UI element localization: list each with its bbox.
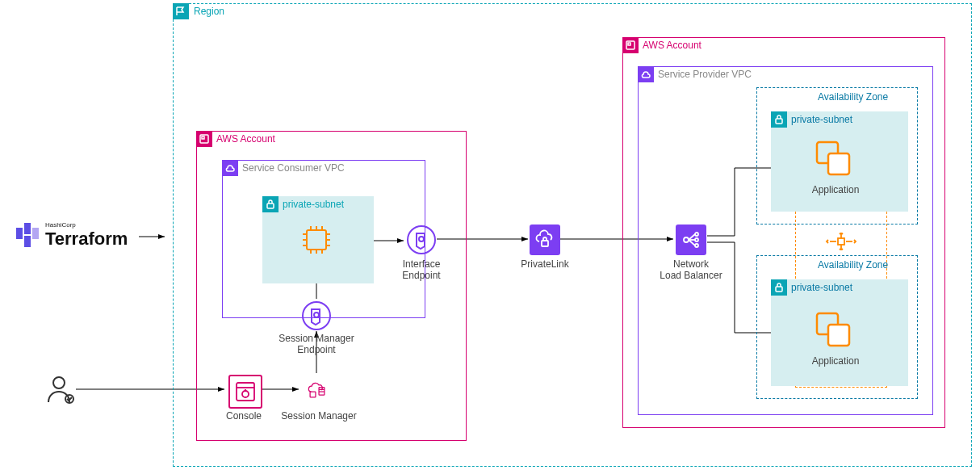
- svg-rect-8: [16, 228, 23, 239]
- svg-point-48: [695, 244, 698, 247]
- svg-rect-60: [776, 287, 782, 292]
- svg-rect-62: [828, 325, 849, 346]
- session-manager-endpoint-icon: [301, 300, 332, 331]
- svg-rect-56: [838, 238, 844, 245]
- subnet-bottom-label: private-subnet: [791, 282, 852, 293]
- svg-point-32: [303, 302, 330, 329]
- session-manager-label: Session Manager: [279, 410, 359, 422]
- consumer-subnet-tag: [262, 196, 279, 212]
- subnet-bottom-tag: [771, 279, 787, 296]
- az-top-label: Availability Zone: [818, 91, 888, 103]
- svg-line-49: [689, 234, 695, 240]
- compute-chip-icon: [299, 223, 333, 257]
- terraform-brand-label: Terraform: [45, 229, 128, 250]
- privatelink-icon: [530, 225, 560, 255]
- svg-rect-9: [24, 223, 31, 234]
- subnet-top-label: private-subnet: [791, 114, 852, 125]
- user-icon: [44, 373, 77, 405]
- svg-rect-11: [32, 228, 39, 239]
- svg-point-30: [408, 226, 435, 254]
- target-group-splitter-icon: [825, 233, 857, 250]
- app-bottom-label: Application: [807, 355, 864, 367]
- svg-point-46: [695, 233, 698, 236]
- svg-rect-57: [776, 119, 782, 124]
- app-bottom-icon: [812, 308, 856, 352]
- terraform-logo: HashiCorp Terraform: [16, 220, 137, 252]
- session-manager-endpoint-label: Session Manager Endpoint: [276, 333, 357, 355]
- svg-point-36: [242, 391, 249, 397]
- svg-rect-17: [307, 230, 326, 250]
- svg-rect-42: [542, 241, 548, 246]
- svg-rect-59: [828, 153, 849, 174]
- svg-point-45: [684, 237, 689, 242]
- svg-point-31: [419, 237, 424, 241]
- consumer-subnet-label: private-subnet: [283, 199, 344, 210]
- app-top-label: Application: [807, 184, 864, 195]
- app-top-icon: [812, 137, 856, 181]
- interface-endpoint-label: Interface Endpoint: [396, 258, 447, 281]
- svg-point-12: [53, 377, 65, 388]
- az-bottom-label: Availability Zone: [818, 259, 888, 271]
- interface-endpoint-icon: [406, 225, 437, 255]
- svg-rect-10: [24, 236, 31, 247]
- console-icon: [228, 375, 262, 409]
- svg-rect-16: [267, 204, 274, 208]
- nlb-label: Network Load Balancer: [655, 258, 727, 281]
- terraform-brand-top: HashiCorp: [45, 221, 76, 229]
- nlb-icon: [676, 225, 706, 255]
- svg-line-51: [689, 240, 695, 245]
- privatelink-label: PrivateLink: [517, 258, 573, 270]
- console-label: Console: [223, 410, 265, 422]
- svg-point-47: [695, 238, 698, 241]
- subnet-top-tag: [771, 111, 787, 128]
- svg-rect-38: [319, 388, 325, 396]
- session-manager-icon: [302, 375, 333, 405]
- svg-point-33: [314, 313, 319, 317]
- svg-rect-41: [310, 392, 316, 397]
